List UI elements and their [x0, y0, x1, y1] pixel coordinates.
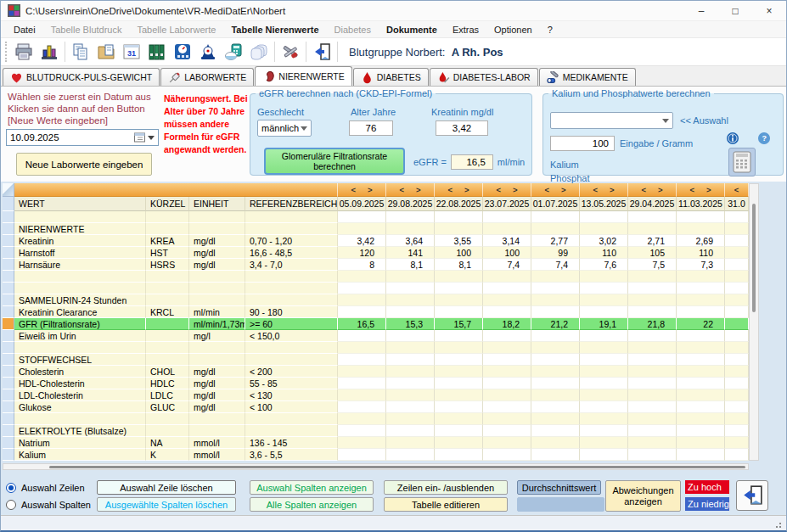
- vertical-scrollbar[interactable]: [749, 183, 759, 461]
- cell-value[interactable]: [725, 342, 749, 354]
- header-wert[interactable]: WERT: [14, 197, 146, 211]
- cell-value[interactable]: [725, 330, 749, 342]
- cell-kuerzel[interactable]: GLUC: [146, 401, 189, 413]
- medication-calculator-icon[interactable]: [221, 40, 246, 64]
- cell-value[interactable]: [628, 378, 677, 389]
- cell-einheit[interactable]: [189, 342, 245, 354]
- cell-wert[interactable]: Kreatinin: [14, 235, 146, 247]
- date-column-header[interactable]: 29.08.2025: [386, 197, 435, 211]
- column-prev-button[interactable]: <: [734, 185, 739, 194]
- cell-einheit[interactable]: mg/dl: [189, 259, 245, 271]
- cell-value[interactable]: [580, 437, 628, 449]
- cell-wert[interactable]: SAMMELURIN-24 Stunden: [14, 294, 146, 306]
- maximize-button[interactable]: □: [718, 1, 752, 20]
- cell-value[interactable]: [628, 354, 677, 366]
- paste-icon[interactable]: [93, 40, 119, 64]
- cell-value[interactable]: [338, 294, 386, 306]
- cell-value[interactable]: [338, 330, 386, 342]
- row-header[interactable]: [3, 211, 14, 223]
- cell-value[interactable]: [628, 425, 677, 437]
- cell-wert[interactable]: HDL-Cholesterin: [14, 378, 146, 389]
- cell-value[interactable]: [677, 378, 725, 389]
- cell-value[interactable]: [338, 437, 386, 449]
- cell-value[interactable]: [483, 211, 531, 223]
- cell-wert[interactable]: GFR (Filtrationsrate): [14, 318, 146, 330]
- cell-value[interactable]: [483, 389, 531, 401]
- cell-einheit[interactable]: mg/dl: [189, 401, 245, 413]
- cell-wert[interactable]: Eiweiß im Urin: [14, 330, 146, 342]
- column-next-button[interactable]: >: [658, 185, 663, 194]
- cell-einheit[interactable]: [189, 294, 245, 306]
- average-button[interactable]: Durchschnittswert: [517, 480, 601, 495]
- cell-value[interactable]: [531, 389, 580, 401]
- bread-icon[interactable]: [246, 40, 272, 64]
- cell-einheit[interactable]: [189, 413, 245, 425]
- cell-value[interactable]: [338, 425, 386, 437]
- cell-value[interactable]: [725, 247, 749, 259]
- cell-value[interactable]: [531, 425, 580, 437]
- cell-value[interactable]: [435, 378, 483, 389]
- cell-value[interactable]: [435, 211, 483, 223]
- cell-value[interactable]: [483, 449, 531, 461]
- cell-value[interactable]: [725, 259, 749, 271]
- cell-value[interactable]: [677, 271, 725, 283]
- cell-kuerzel[interactable]: HSRS: [146, 259, 189, 271]
- tools-icon[interactable]: [278, 40, 303, 64]
- cell-value[interactable]: [628, 330, 677, 342]
- cell-value[interactable]: [386, 223, 435, 235]
- cell-value[interactable]: 2,71: [628, 235, 677, 247]
- cell-value[interactable]: [628, 283, 677, 294]
- cell-value[interactable]: [580, 330, 628, 342]
- delete-row-button[interactable]: Auswahl Zeile löschen: [97, 480, 236, 495]
- cell-einheit[interactable]: mg/l: [189, 330, 245, 342]
- date-column-header[interactable]: 11.03.2025: [677, 197, 725, 211]
- cell-value[interactable]: [483, 223, 531, 235]
- cell-kuerzel[interactable]: [146, 283, 189, 294]
- cell-value[interactable]: [386, 342, 435, 354]
- cell-value[interactable]: 7,4: [531, 259, 580, 271]
- cell-value[interactable]: [386, 354, 435, 366]
- cell-value[interactable]: 120: [338, 247, 386, 259]
- cell-kuerzel[interactable]: NA: [146, 437, 189, 449]
- radio-select-columns[interactable]: Auswahl Spalten: [6, 498, 91, 511]
- row-header[interactable]: [3, 271, 14, 283]
- row-header[interactable]: [3, 197, 14, 211]
- binders-icon[interactable]: [144, 40, 170, 64]
- cell-value[interactable]: [435, 449, 483, 461]
- cell-value[interactable]: [531, 223, 580, 235]
- column-prev-button[interactable]: <: [544, 185, 549, 194]
- cell-einheit[interactable]: mg/dl: [189, 389, 245, 401]
- cell-einheit[interactable]: ml/min/1,73m: [189, 318, 245, 330]
- minimize-button[interactable]: –: [684, 1, 718, 20]
- cell-kuerzel[interactable]: [146, 211, 189, 223]
- cell-value[interactable]: [435, 354, 483, 366]
- cell-value[interactable]: [725, 389, 749, 401]
- cell-referenz[interactable]: < 100: [245, 401, 338, 413]
- cell-value[interactable]: [338, 366, 386, 378]
- cell-einheit[interactable]: [189, 354, 245, 366]
- copy-icon[interactable]: [68, 40, 93, 64]
- cell-referenz[interactable]: [245, 271, 338, 283]
- column-prev-button[interactable]: <: [399, 185, 404, 194]
- gram-input[interactable]: [550, 136, 615, 151]
- cell-einheit[interactable]: mg/dl: [189, 235, 245, 247]
- cell-kuerzel[interactable]: HDLC: [146, 378, 189, 389]
- cell-value[interactable]: [338, 413, 386, 425]
- cell-kuerzel[interactable]: KRCL: [146, 306, 189, 318]
- row-header[interactable]: [3, 366, 14, 378]
- cell-value[interactable]: 15,7: [435, 318, 483, 330]
- cell-value[interactable]: [483, 306, 531, 318]
- cell-value[interactable]: [677, 437, 725, 449]
- cell-value[interactable]: [435, 342, 483, 354]
- cell-value[interactable]: [725, 378, 749, 389]
- cell-value[interactable]: [531, 330, 580, 342]
- cell-kuerzel[interactable]: K: [146, 449, 189, 461]
- cell-referenz[interactable]: < 130: [245, 389, 338, 401]
- cell-value[interactable]: [725, 211, 749, 223]
- cell-value[interactable]: [386, 294, 435, 306]
- cell-wert[interactable]: [14, 283, 146, 294]
- age-input[interactable]: [349, 120, 393, 136]
- radio-select-rows[interactable]: Auswahl Zeilen: [6, 481, 91, 494]
- cell-value[interactable]: 16,5: [338, 318, 386, 330]
- date-picker[interactable]: 10.09.2025: [6, 129, 159, 146]
